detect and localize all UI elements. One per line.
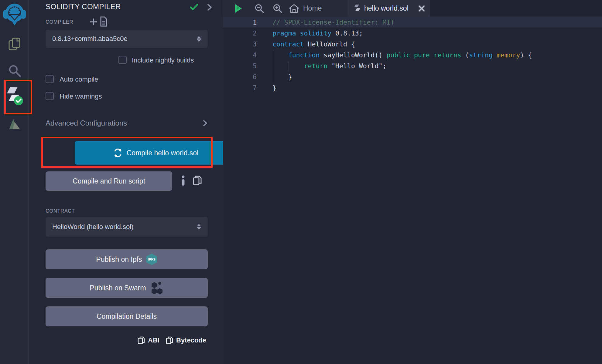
line-number: 4 [223, 51, 257, 59]
close-tab-icon[interactable] [418, 5, 425, 12]
home-icon [289, 4, 299, 13]
solidity-compiler-panel: SOLIDITY COMPILER COMPILER 0.8.13+commit… [29, 0, 223, 364]
nightly-builds-checkbox[interactable] [118, 56, 127, 64]
zoom-in-icon[interactable] [273, 4, 282, 13]
contract-select[interactable]: HelloWorld (hello world.sol) [46, 217, 208, 237]
compile-and-run-label: Compile and Run script [73, 177, 145, 185]
solidity-file-icon [354, 4, 361, 13]
select-carets-icon [197, 224, 201, 230]
line-number: 2 [223, 29, 257, 37]
line-number: 7 [223, 84, 257, 92]
publish-swarm-label: Publish on Swarm [90, 284, 146, 292]
tab-home[interactable]: Home [289, 0, 322, 17]
compile-button-label: Compile hello world.sol [127, 149, 199, 157]
compiler-section-label: COMPILER [46, 19, 73, 25]
icon-sidebar [0, 0, 29, 364]
line-number: 6 [223, 73, 257, 81]
info-icon[interactable] [181, 175, 185, 186]
compiler-version-select[interactable]: 0.8.13+commit.abaa5c0e [46, 30, 208, 48]
tab-hello-world-sol[interactable]: hello world.sol [349, 0, 430, 17]
code-line[interactable]: 3contract HelloWorld { [223, 39, 602, 49]
advanced-chevron-right-icon[interactable] [203, 120, 207, 126]
copy-run-script-icon[interactable] [193, 175, 202, 186]
bytecode-label: Bytecode [176, 336, 206, 344]
compilation-details-label: Compilation Details [97, 312, 157, 321]
sync-icon [113, 148, 122, 157]
code-text: contract HelloWorld { [257, 40, 355, 48]
swarm-icon [150, 281, 164, 295]
indent-guide [289, 61, 289, 72]
compilation-details-button[interactable]: Compilation Details [46, 306, 208, 326]
code-line[interactable]: 6 } [223, 71, 602, 82]
abi-copy-link[interactable]: ABI [138, 336, 159, 345]
code-text: return "Hello World"; [257, 62, 386, 70]
code-text: } [257, 73, 292, 81]
line-number: 1 [223, 19, 257, 26]
indent-guide [273, 50, 273, 83]
solidity-compiler-icon[interactable] [0, 87, 29, 106]
copy-bytecode-icon [166, 336, 173, 345]
select-carets-icon [197, 36, 201, 42]
deploy-run-icon[interactable] [0, 117, 29, 131]
ipfs-badge-icon: IPFS [146, 254, 157, 265]
compile-button[interactable]: Compile hello world.sol [75, 141, 237, 165]
abi-label: ABI [148, 336, 159, 344]
code-text: } [257, 84, 276, 92]
hide-warnings-checkbox[interactable] [46, 92, 54, 100]
code-line[interactable]: 2pragma solidity 0.8.13; [223, 28, 602, 39]
copy-abi-icon [138, 336, 145, 345]
home-tab-label: Home [303, 4, 322, 12]
code-line[interactable]: 4 function sayHelloWorld() public pure r… [223, 49, 602, 60]
editor-topbar: Home hello world.sol [223, 0, 602, 17]
panel-chevron-right-icon[interactable] [207, 4, 212, 11]
compile-success-check-icon [190, 4, 198, 10]
code-text: function sayHelloWorld() public pure ret… [257, 51, 532, 59]
search-icon[interactable] [0, 64, 29, 78]
file-explorer-icon[interactable] [0, 37, 29, 51]
remix-logo [0, 1, 29, 26]
advanced-configurations-toggle[interactable]: Advanced Configurations [46, 119, 127, 127]
contract-select-value: HelloWorld (hello world.sol) [52, 223, 197, 231]
contract-section-label: CONTRACT [46, 208, 75, 214]
compiler-version-value: 0.8.13+commit.abaa5c0e [52, 35, 197, 43]
code-text: // SPDX-License-Identifier: MIT [257, 19, 394, 26]
run-script-play-icon[interactable] [234, 4, 242, 13]
editor: Home hello world.sol 1// SPDX-License-Id… [223, 0, 602, 364]
compile-and-run-button[interactable]: Compile and Run script [46, 171, 172, 191]
active-tab-label: hello world.sol [364, 4, 409, 12]
auto-compile-checkbox[interactable] [46, 75, 54, 83]
code-line[interactable]: 7} [223, 82, 602, 93]
code-text: pragma solidity 0.8.13; [257, 29, 363, 37]
line-number: 3 [223, 40, 257, 48]
publish-ipfs-button[interactable]: Publish on Ipfs IPFS [46, 249, 208, 269]
publish-swarm-button[interactable]: Publish on Swarm [46, 278, 208, 298]
bytecode-copy-link[interactable]: Bytecode [166, 336, 206, 345]
nightly-builds-label: Include nightly builds [132, 56, 194, 64]
code-lines: 1// SPDX-License-Identifier: MIT2pragma … [223, 17, 602, 93]
compiler-doc-icon[interactable] [100, 16, 108, 27]
auto-compile-label: Auto compile [60, 76, 98, 83]
code-editor[interactable]: 1// SPDX-License-Identifier: MIT2pragma … [223, 17, 602, 364]
zoom-out-icon[interactable] [255, 4, 264, 13]
code-line[interactable]: 1// SPDX-License-Identifier: MIT [223, 17, 602, 28]
panel-title: SOLIDITY COMPILER [46, 2, 121, 11]
code-line[interactable]: 5 return "Hello World"; [223, 60, 602, 71]
tabbar-empty-space [430, 0, 602, 17]
hide-warnings-label: Hide warnings [60, 93, 102, 100]
line-number: 5 [223, 62, 257, 70]
add-compiler-icon[interactable] [89, 18, 98, 26]
publish-ipfs-label: Publish on Ipfs [96, 255, 142, 264]
